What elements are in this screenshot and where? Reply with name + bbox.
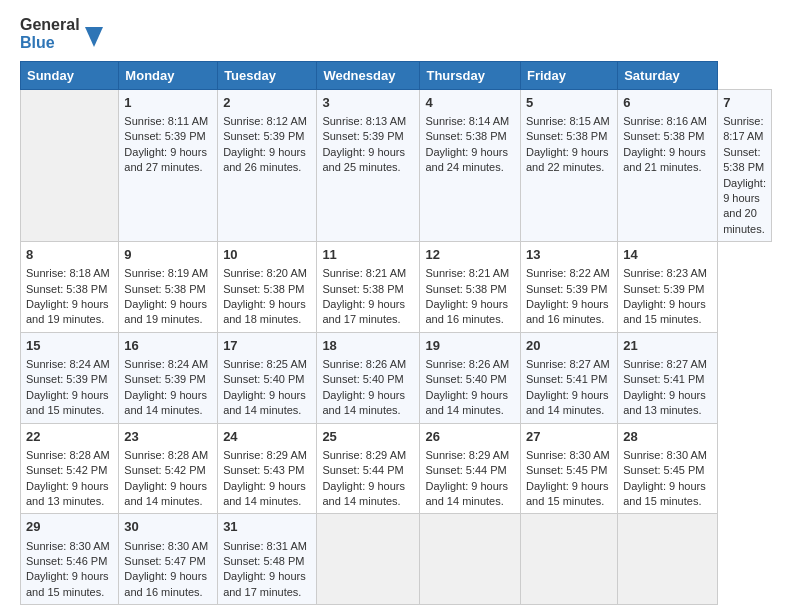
calendar-cell: 8Sunrise: 8:18 AMSunset: 5:38 PMDaylight… [21, 242, 119, 333]
day-number: 12 [425, 246, 515, 264]
calendar-cell: 5Sunrise: 8:15 AMSunset: 5:38 PMDaylight… [520, 89, 617, 241]
day-number: 24 [223, 428, 311, 446]
calendar-cell: 31Sunrise: 8:31 AMSunset: 5:48 PMDayligh… [218, 514, 317, 605]
logo-block: General Blue [20, 16, 103, 53]
sunset-label: Sunset: 5:40 PM [223, 373, 304, 385]
sunrise-label: Sunrise: 8:26 AM [322, 358, 406, 370]
day-number: 2 [223, 94, 311, 112]
calendar-table: SundayMondayTuesdayWednesdayThursdayFrid… [20, 61, 772, 605]
sunset-label: Sunset: 5:41 PM [623, 373, 704, 385]
daylight-label: Daylight: 9 hours and 15 minutes. [26, 389, 109, 416]
daylight-label: Daylight: 9 hours and 18 minutes. [223, 298, 306, 325]
sunrise-label: Sunrise: 8:29 AM [425, 449, 509, 461]
calendar-cell: 6Sunrise: 8:16 AMSunset: 5:38 PMDaylight… [618, 89, 718, 241]
daylight-label: Daylight: 9 hours and 14 minutes. [124, 389, 207, 416]
sunset-label: Sunset: 5:38 PM [526, 130, 607, 142]
calendar-cell: 25Sunrise: 8:29 AMSunset: 5:44 PMDayligh… [317, 423, 420, 514]
logo-blue: Blue [20, 34, 55, 51]
day-number: 15 [26, 337, 113, 355]
sunset-label: Sunset: 5:43 PM [223, 464, 304, 476]
day-number: 22 [26, 428, 113, 446]
sunset-label: Sunset: 5:40 PM [425, 373, 506, 385]
calendar-week-3: 15Sunrise: 8:24 AMSunset: 5:39 PMDayligh… [21, 332, 772, 423]
calendar-header: SundayMondayTuesdayWednesdayThursdayFrid… [21, 61, 772, 89]
daylight-label: Daylight: 9 hours and 15 minutes. [623, 480, 706, 507]
calendar-cell: 22Sunrise: 8:28 AMSunset: 5:42 PMDayligh… [21, 423, 119, 514]
sunset-label: Sunset: 5:39 PM [223, 130, 304, 142]
sunrise-label: Sunrise: 8:30 AM [526, 449, 610, 461]
sunset-label: Sunset: 5:39 PM [26, 373, 107, 385]
sunset-label: Sunset: 5:48 PM [223, 555, 304, 567]
calendar-week-5: 29Sunrise: 8:30 AMSunset: 5:46 PMDayligh… [21, 514, 772, 605]
svg-marker-0 [85, 27, 103, 47]
daylight-label: Daylight: 9 hours and 20 minutes. [723, 177, 766, 235]
day-number: 5 [526, 94, 612, 112]
day-number: 14 [623, 246, 712, 264]
sunrise-label: Sunrise: 8:20 AM [223, 267, 307, 279]
calendar-cell: 4Sunrise: 8:14 AMSunset: 5:38 PMDaylight… [420, 89, 521, 241]
sunrise-label: Sunrise: 8:30 AM [623, 449, 707, 461]
sunrise-label: Sunrise: 8:21 AM [425, 267, 509, 279]
calendar-cell: 1Sunrise: 8:11 AMSunset: 5:39 PMDaylight… [119, 89, 218, 241]
day-number: 30 [124, 518, 212, 536]
day-number: 31 [223, 518, 311, 536]
calendar-cell: 30Sunrise: 8:30 AMSunset: 5:47 PMDayligh… [119, 514, 218, 605]
sunrise-label: Sunrise: 8:25 AM [223, 358, 307, 370]
daylight-label: Daylight: 9 hours and 13 minutes. [623, 389, 706, 416]
day-number: 29 [26, 518, 113, 536]
sunset-label: Sunset: 5:39 PM [526, 283, 607, 295]
sunset-label: Sunset: 5:38 PM [322, 283, 403, 295]
daylight-label: Daylight: 9 hours and 15 minutes. [623, 298, 706, 325]
day-number: 10 [223, 246, 311, 264]
calendar-cell: 12Sunrise: 8:21 AMSunset: 5:38 PMDayligh… [420, 242, 521, 333]
sunrise-label: Sunrise: 8:15 AM [526, 115, 610, 127]
sunrise-label: Sunrise: 8:17 AM [723, 115, 763, 142]
logo-triangle-icon [85, 27, 103, 51]
calendar-cell [520, 514, 617, 605]
header-cell-wednesday: Wednesday [317, 61, 420, 89]
sunset-label: Sunset: 5:39 PM [322, 130, 403, 142]
day-number: 7 [723, 94, 766, 112]
sunset-label: Sunset: 5:42 PM [124, 464, 205, 476]
day-number: 23 [124, 428, 212, 446]
daylight-label: Daylight: 9 hours and 15 minutes. [26, 570, 109, 597]
sunrise-label: Sunrise: 8:26 AM [425, 358, 509, 370]
calendar-cell: 20Sunrise: 8:27 AMSunset: 5:41 PMDayligh… [520, 332, 617, 423]
logo: General Blue [20, 16, 103, 53]
sunrise-label: Sunrise: 8:23 AM [623, 267, 707, 279]
day-number: 27 [526, 428, 612, 446]
sunset-label: Sunset: 5:38 PM [26, 283, 107, 295]
calendar-cell: 28Sunrise: 8:30 AMSunset: 5:45 PMDayligh… [618, 423, 718, 514]
header-cell-friday: Friday [520, 61, 617, 89]
calendar-week-1: 1Sunrise: 8:11 AMSunset: 5:39 PMDaylight… [21, 89, 772, 241]
sunrise-label: Sunrise: 8:29 AM [322, 449, 406, 461]
calendar-cell: 14Sunrise: 8:23 AMSunset: 5:39 PMDayligh… [618, 242, 718, 333]
day-number: 26 [425, 428, 515, 446]
day-number: 17 [223, 337, 311, 355]
sunrise-label: Sunrise: 8:27 AM [623, 358, 707, 370]
daylight-label: Daylight: 9 hours and 14 minutes. [322, 389, 405, 416]
daylight-label: Daylight: 9 hours and 14 minutes. [322, 480, 405, 507]
daylight-label: Daylight: 9 hours and 16 minutes. [425, 298, 508, 325]
calendar-cell: 9Sunrise: 8:19 AMSunset: 5:38 PMDaylight… [119, 242, 218, 333]
calendar-body: 1Sunrise: 8:11 AMSunset: 5:39 PMDaylight… [21, 89, 772, 604]
day-number: 18 [322, 337, 414, 355]
sunset-label: Sunset: 5:39 PM [124, 130, 205, 142]
sunset-label: Sunset: 5:42 PM [26, 464, 107, 476]
day-number: 4 [425, 94, 515, 112]
empty-cell [21, 89, 119, 241]
sunrise-label: Sunrise: 8:24 AM [124, 358, 208, 370]
sunrise-label: Sunrise: 8:16 AM [623, 115, 707, 127]
sunrise-label: Sunrise: 8:11 AM [124, 115, 208, 127]
day-number: 13 [526, 246, 612, 264]
daylight-label: Daylight: 9 hours and 19 minutes. [26, 298, 109, 325]
day-number: 20 [526, 337, 612, 355]
sunrise-label: Sunrise: 8:27 AM [526, 358, 610, 370]
calendar-cell: 26Sunrise: 8:29 AMSunset: 5:44 PMDayligh… [420, 423, 521, 514]
sunrise-label: Sunrise: 8:18 AM [26, 267, 110, 279]
calendar-cell: 21Sunrise: 8:27 AMSunset: 5:41 PMDayligh… [618, 332, 718, 423]
sunset-label: Sunset: 5:38 PM [124, 283, 205, 295]
header-cell-thursday: Thursday [420, 61, 521, 89]
day-number: 16 [124, 337, 212, 355]
calendar-cell [618, 514, 718, 605]
